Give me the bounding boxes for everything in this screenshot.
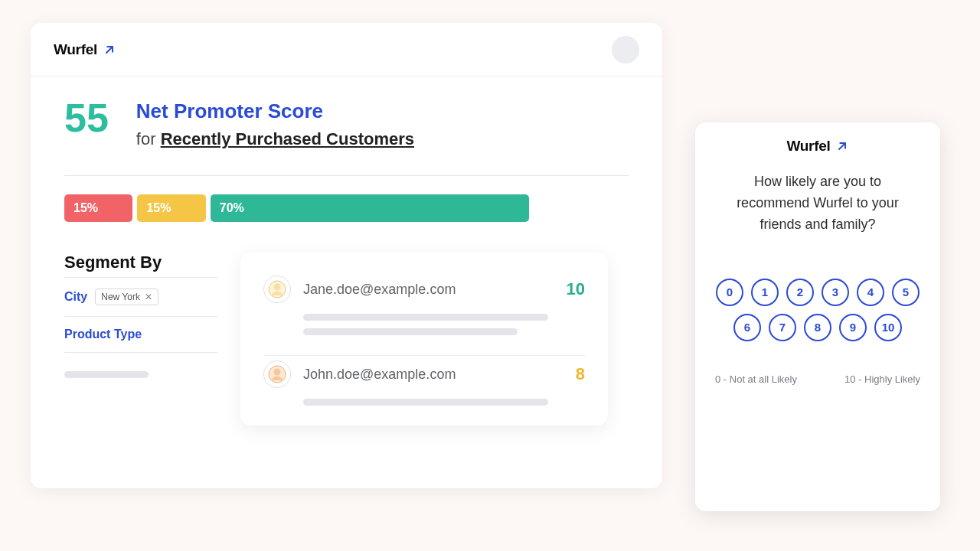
placeholder-line [303,328,518,335]
scale-labels: 0 - Not at all Likely 10 - Highly Likely [712,373,923,385]
rating-option-2[interactable]: 2 [786,279,814,306]
header: Wurfel [31,23,662,77]
nps-score: 55 [64,98,109,138]
segment-filter-label: City [64,290,87,304]
segment-link[interactable]: Recently Purchased Customers [161,129,414,148]
survey-question: How likely are you to recommend Wurfel t… [712,171,923,236]
rating-option-10[interactable]: 10 [874,314,902,341]
arrow-up-right-icon [836,140,848,152]
logo-text: Wurfel [787,138,831,155]
response-email: Jane.doe@example.com [303,282,554,298]
rating-options: 0 1 2 3 4 5 6 7 8 9 10 [710,279,925,341]
rating-option-6[interactable]: 6 [733,314,761,341]
rating-option-5[interactable]: 5 [892,279,920,306]
scale-max-label: 10 - Highly Likely [844,373,920,385]
arrow-up-right-icon [103,44,116,56]
svg-line-5 [839,143,845,149]
rating-option-7[interactable]: 7 [769,314,796,341]
nps-distribution-chart: 15% 15% 70% [64,194,529,222]
nps-title: Net Promoter Score [136,99,414,123]
rating-option-3[interactable]: 3 [822,279,849,306]
filter-chip-label: New York [101,292,140,302]
close-icon[interactable]: ✕ [145,292,152,302]
dashboard-card: Wurfel 55 Net Promoter Score for Recentl… [31,23,662,488]
svg-point-4 [274,369,281,376]
placeholder-line [64,371,149,378]
user-avatar[interactable] [612,36,639,64]
response-email: John.doe@example.com [303,367,564,383]
detractors-bar: 15% [64,194,132,222]
rating-option-8[interactable]: 8 [804,314,831,341]
filter-chip[interactable]: New York ✕ [95,289,158,305]
placeholder-line [303,399,548,406]
promoters-bar: 70% [211,194,529,222]
avatar [263,360,291,388]
segment-filter-city[interactable]: City New York ✕ [64,277,217,317]
logo[interactable]: Wurfel [54,41,116,58]
segment-panel: Segment By City New York ✕ Product Type [64,253,217,378]
nps-summary: 55 Net Promoter Score for Recently Purch… [64,98,629,149]
avatar [263,276,291,303]
response-row[interactable]: Jane.doe@example.com 10 [263,271,585,356]
placeholder-line [303,314,548,321]
svg-point-2 [274,284,281,291]
rating-option-0[interactable]: 0 [716,279,743,306]
logo[interactable]: Wurfel [787,138,849,155]
nps-sub-prefix: for [136,129,156,148]
segment-filter-label: Product Type [64,328,142,341]
rating-option-1[interactable]: 1 [751,279,779,306]
rating-option-4[interactable]: 4 [857,279,884,306]
response-row[interactable]: John.doe@example.com 8 [263,356,585,418]
response-score: 10 [567,279,585,299]
passives-bar: 15% [137,194,205,222]
segment-by-title: Segment By [64,253,217,272]
responses-card: Jane.doe@example.com 10 John.doe@example… [240,253,608,425]
response-score: 8 [576,364,585,384]
survey-card: Wurfel How likely are you to recommend W… [695,122,940,511]
segment-filter-product-type[interactable]: Product Type [64,317,217,353]
svg-line-0 [106,47,113,53]
nps-subtitle: for Recently Purchased Customers [136,129,414,149]
scale-min-label: 0 - Not at all Likely [715,373,797,385]
logo-text: Wurfel [54,41,97,58]
divider [64,175,629,176]
rating-option-9[interactable]: 9 [839,314,867,341]
